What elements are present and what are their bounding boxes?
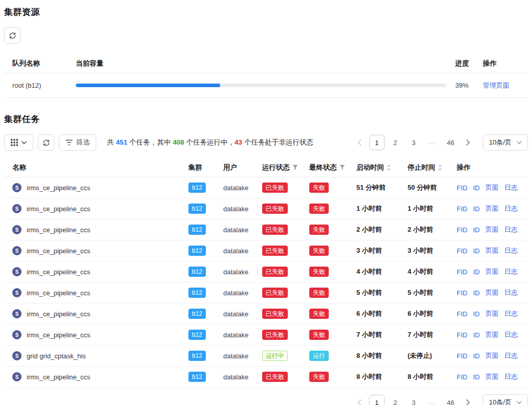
action-page-link[interactable]: 页面 xyxy=(485,288,499,297)
action-id-link[interactable]: ID xyxy=(473,373,480,381)
page-size-select[interactable]: 10条/页 xyxy=(483,134,528,151)
run-status-badge: 已失败 xyxy=(262,330,288,340)
filter-button[interactable]: 筛选 xyxy=(59,134,96,151)
action-id-link[interactable]: ID xyxy=(473,310,480,318)
run-status-filter-icon[interactable] xyxy=(292,165,298,170)
action-page-link[interactable]: 页面 xyxy=(485,372,499,381)
action-id-link[interactable]: ID xyxy=(473,184,480,192)
action-id-link[interactable]: ID xyxy=(473,331,480,339)
action-log-link[interactable]: 日志 xyxy=(504,330,518,339)
action-fid-link[interactable]: FID xyxy=(457,289,467,297)
summary-text: 个任务运行中， xyxy=(184,138,235,146)
action-fid-link[interactable]: FID xyxy=(457,268,467,276)
page-button-46[interactable]: 46 xyxy=(443,135,458,150)
action-log-link[interactable]: 日志 xyxy=(504,309,518,318)
page-size-select[interactable]: 10条/页 xyxy=(483,394,528,405)
final-status-badge: 失败 xyxy=(309,204,329,214)
page-button-1[interactable]: 1 xyxy=(369,135,385,150)
page-button-46[interactable]: 46 xyxy=(443,395,458,405)
run-status-badge: 已失败 xyxy=(262,309,288,319)
final-status-badge: 失败 xyxy=(309,225,329,235)
start-time: 2 小时前 xyxy=(348,225,399,234)
header-actions: 操作 xyxy=(449,163,528,172)
run-status-badge: 运行中 xyxy=(262,351,288,361)
task-name: irms_ce_pipeline_ccs xyxy=(27,331,90,339)
action-page-link[interactable]: 页面 xyxy=(485,183,499,192)
run-status-badge: 已失败 xyxy=(262,288,288,298)
action-page-link[interactable]: 页面 xyxy=(485,204,499,213)
action-id-link[interactable]: ID xyxy=(473,268,480,276)
action-page-link[interactable]: 页面 xyxy=(485,309,499,318)
tasks-refresh-button[interactable] xyxy=(38,134,54,151)
action-id-link[interactable]: ID xyxy=(473,247,480,255)
table-row: S irms_ce_pipeline_ccs b12 datalake 已失败 … xyxy=(4,261,528,282)
action-log-link[interactable]: 日志 xyxy=(504,288,518,297)
prev-page-button[interactable] xyxy=(353,395,366,405)
table-row: S irms_ce_pipeline_ccs b12 datalake 已失败 … xyxy=(4,282,528,303)
task-user: datalake xyxy=(215,247,254,255)
action-log-link[interactable]: 日志 xyxy=(504,225,518,234)
stop-time-sorter-icon[interactable] xyxy=(438,164,442,171)
action-page-link[interactable]: 页面 xyxy=(485,267,499,276)
table-row: S irms_ce_pipeline_ccs b12 datalake 已失败 … xyxy=(4,367,528,388)
column-settings-button[interactable] xyxy=(4,134,33,151)
run-status-badge: 已失败 xyxy=(262,204,288,214)
next-page-button[interactable] xyxy=(461,135,475,150)
run-status-badge: 已失败 xyxy=(262,183,288,193)
action-fid-link[interactable]: FID xyxy=(457,373,467,381)
header-user: 用户 xyxy=(215,163,254,172)
page-button-3[interactable]: 3 xyxy=(406,135,421,150)
task-type-avatar: S xyxy=(12,183,22,192)
start-time-sorter-icon[interactable] xyxy=(387,164,391,171)
action-fid-link[interactable]: FID xyxy=(457,247,467,255)
action-fid-link[interactable]: FID xyxy=(457,226,467,234)
header-start-time: 启动时间 xyxy=(348,163,399,172)
final-status-filter-icon[interactable] xyxy=(339,165,345,170)
next-page-button[interactable] xyxy=(461,395,475,405)
page-button-2[interactable]: 2 xyxy=(388,395,403,405)
action-log-link[interactable]: 日志 xyxy=(504,351,518,360)
queue-progress-bar xyxy=(76,84,446,87)
action-page-link[interactable]: 页面 xyxy=(485,351,499,360)
final-status-badge: 失败 xyxy=(309,330,329,340)
task-user: datalake xyxy=(215,289,254,297)
action-id-link[interactable]: ID xyxy=(473,289,480,297)
action-id-link[interactable]: ID xyxy=(473,226,480,234)
action-log-link[interactable]: 日志 xyxy=(504,246,518,255)
page-button-2[interactable]: 2 xyxy=(388,135,403,150)
action-log-link[interactable]: 日志 xyxy=(504,267,518,276)
final-status-badge: 失败 xyxy=(309,246,329,256)
refresh-icon xyxy=(42,139,50,147)
task-type-avatar: S xyxy=(12,351,22,360)
resources-refresh-button[interactable] xyxy=(4,27,20,44)
action-fid-link[interactable]: FID xyxy=(457,184,467,192)
bottom-pagination: 1 2 3 ··· 46 10条/页 xyxy=(353,394,528,405)
action-fid-link[interactable]: FID xyxy=(457,352,467,360)
task-type-avatar: S xyxy=(12,309,22,318)
prev-page-button[interactable] xyxy=(353,135,366,150)
action-log-link[interactable]: 日志 xyxy=(504,204,518,213)
action-page-link[interactable]: 页面 xyxy=(485,225,499,234)
action-log-link[interactable]: 日志 xyxy=(504,183,518,192)
action-id-link[interactable]: ID xyxy=(473,205,480,213)
action-page-link[interactable]: 页面 xyxy=(485,330,499,339)
task-type-avatar: S xyxy=(12,330,22,339)
page-button-3[interactable]: 3 xyxy=(406,395,421,405)
tasks-toolbar: 筛选 共 451 个任务，其中 408 个任务运行中，43 个任务处于非运行状态… xyxy=(4,134,528,151)
page-button-1[interactable]: 1 xyxy=(369,395,385,405)
action-id-link[interactable]: ID xyxy=(473,352,480,360)
page-ellipsis[interactable]: ··· xyxy=(424,395,440,405)
stop-time: 1 小时前 xyxy=(399,204,449,213)
stop-time: 2 小时前 xyxy=(399,225,449,234)
action-fid-link[interactable]: FID xyxy=(457,331,467,339)
tasks-summary: 共 451 个任务，其中 408 个任务运行中，43 个任务处于非运行状态 xyxy=(107,138,313,147)
manage-page-link[interactable]: 管理页面 xyxy=(483,82,509,89)
action-fid-link[interactable]: FID xyxy=(457,310,467,318)
task-type-avatar: S xyxy=(12,372,22,381)
summary-text: 个任务，其中 xyxy=(127,138,173,146)
action-fid-link[interactable]: FID xyxy=(457,205,467,213)
action-log-link[interactable]: 日志 xyxy=(504,372,518,381)
start-time: 4 小时前 xyxy=(348,267,399,276)
page-ellipsis[interactable]: ··· xyxy=(424,135,440,150)
action-page-link[interactable]: 页面 xyxy=(485,246,499,255)
